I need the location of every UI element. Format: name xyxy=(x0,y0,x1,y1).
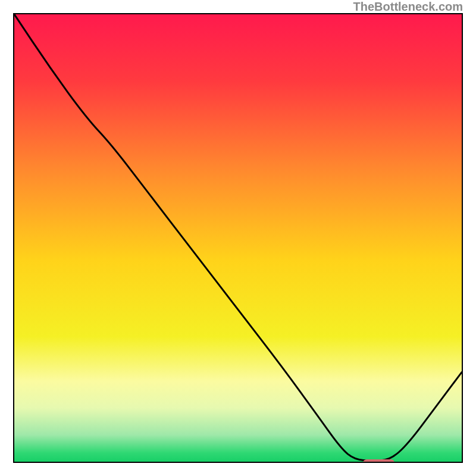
curve-layer xyxy=(14,14,462,462)
chart-container: TheBottleneck.com xyxy=(0,0,476,476)
plot-area xyxy=(13,13,463,463)
watermark-text: TheBottleneck.com xyxy=(353,0,463,14)
bottleneck-curve xyxy=(14,14,462,461)
highlight-marker xyxy=(363,459,394,463)
